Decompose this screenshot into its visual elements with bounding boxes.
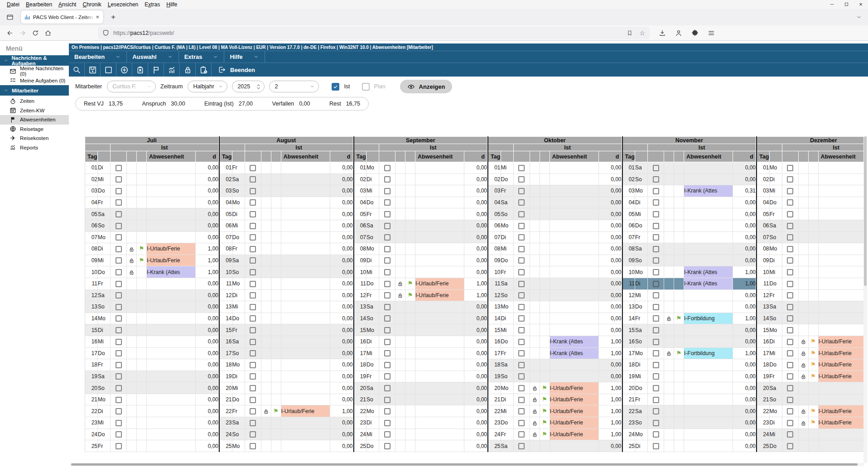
day-checkbox[interactable]	[518, 281, 525, 287]
day-checkbox[interactable]	[518, 327, 525, 333]
day-row-august-05[interactable]: 05Di0,00	[219, 208, 353, 220]
menubar-item-hilfe[interactable]: Hilfe	[163, 1, 180, 8]
mitarbeiter-select[interactable]: Curtius F.	[107, 81, 156, 92]
day-checkbox[interactable]	[653, 292, 659, 298]
absence-cell[interactable]	[415, 359, 464, 371]
anzeigen-button[interactable]: Anzeigen	[400, 80, 453, 93]
day-checkbox[interactable]	[250, 373, 256, 380]
day-checkbox[interactable]	[384, 431, 391, 438]
day-checkbox[interactable]	[250, 199, 256, 206]
day-checkbox[interactable]	[116, 165, 122, 171]
day-row-oktober-13[interactable]: 13Mo0,00	[488, 301, 622, 313]
absence-cell[interactable]	[281, 440, 330, 452]
absence-cell[interactable]	[550, 243, 598, 255]
day-checkbox[interactable]	[787, 257, 793, 264]
day-checkbox[interactable]	[653, 176, 659, 183]
day-row-dezember-03[interactable]: 03Mi	[757, 185, 863, 197]
day-checkbox[interactable]	[787, 420, 793, 426]
absence-cell[interactable]: I-Urlaub/Ferie	[818, 347, 863, 359]
day-row-dezember-08[interactable]: 08Mo	[757, 243, 863, 255]
ist-checkbox[interactable]	[332, 83, 339, 91]
absence-cell[interactable]	[818, 173, 863, 185]
day-row-november-17[interactable]: 17Mo⚑I-Fortbildung1,00	[622, 347, 756, 359]
day-row-september-01[interactable]: 01Mo0,00	[354, 162, 487, 174]
day-row-august-02[interactable]: 02Sa0,00	[219, 173, 353, 185]
day-row-september-07[interactable]: 07So0,00	[354, 231, 487, 243]
day-row-juli-09[interactable]: 09Mi⚑I-Urlaub/Ferie1,00	[85, 255, 219, 266]
day-row-dezember-18[interactable]: 18Do⚑I-Urlaub/Ferie	[757, 359, 863, 371]
day-checkbox[interactable]	[653, 327, 659, 333]
menubar-item-chronik[interactable]: Chronik	[79, 1, 104, 8]
day-checkbox[interactable]	[787, 385, 793, 391]
absence-cell[interactable]	[281, 278, 330, 289]
account-icon[interactable]	[672, 27, 685, 39]
day-checkbox[interactable]	[653, 257, 659, 264]
app-menu-icon[interactable]	[705, 27, 718, 39]
day-checkbox[interactable]	[518, 269, 525, 275]
absence-cell[interactable]	[550, 324, 598, 336]
absence-cell[interactable]	[281, 382, 330, 394]
absence-cell[interactable]: I-Urlaub/Ferie	[818, 405, 863, 417]
absence-cell[interactable]	[684, 301, 733, 313]
day-checkbox[interactable]	[116, 385, 122, 391]
home-button[interactable]	[42, 27, 54, 39]
day-row-oktober-23[interactable]: 23Do⚑I-Urlaub/Ferie1,00	[488, 417, 622, 429]
day-checkbox[interactable]	[116, 362, 122, 368]
day-checkbox[interactable]	[518, 315, 525, 322]
absence-cell[interactable]	[684, 255, 733, 266]
day-checkbox[interactable]	[518, 176, 525, 183]
day-row-september-18[interactable]: 18Do0,00	[354, 359, 487, 371]
day-checkbox[interactable]	[116, 408, 122, 414]
absence-cell[interactable]: I-Urlaub/Ferie	[415, 289, 464, 301]
day-row-oktober-03[interactable]: 03Fr0,00	[488, 185, 622, 197]
day-checkbox[interactable]	[384, 165, 391, 171]
day-checkbox[interactable]	[116, 420, 122, 426]
day-row-august-15[interactable]: 15Fr0,00	[219, 324, 353, 336]
absence-cell[interactable]	[818, 231, 863, 243]
day-checkbox[interactable]	[384, 408, 391, 414]
sidebar-item-reisekosten[interactable]: ✈Reisekosten	[0, 134, 69, 143]
day-checkbox[interactable]	[787, 431, 793, 438]
day-row-august-17[interactable]: 17So0,00	[219, 347, 353, 359]
absence-cell[interactable]	[818, 394, 863, 405]
day-row-oktober-08[interactable]: 08Mi0,00	[488, 243, 622, 255]
day-checkbox[interactable]	[653, 246, 659, 252]
day-row-dezember-06[interactable]: 06Sa	[757, 220, 863, 231]
absence-cell[interactable]	[281, 371, 330, 382]
day-checkbox[interactable]	[384, 304, 391, 310]
absence-cell[interactable]	[684, 359, 733, 371]
day-checkbox[interactable]	[787, 223, 793, 229]
day-checkbox[interactable]	[384, 246, 391, 252]
absence-cell[interactable]	[818, 278, 863, 289]
absence-cell[interactable]	[550, 231, 598, 243]
toolbar-planning-button[interactable]	[196, 63, 212, 77]
absence-cell[interactable]	[147, 405, 196, 417]
day-row-oktober-19[interactable]: 19So0,00	[488, 371, 622, 382]
day-row-september-05[interactable]: 05Fr0,00	[354, 208, 487, 220]
day-row-september-08[interactable]: 08Mo0,00	[354, 243, 487, 255]
day-row-august-03[interactable]: 03So0,00	[219, 185, 353, 197]
absence-cell[interactable]	[818, 440, 863, 452]
day-row-august-24[interactable]: 24So0,00	[219, 428, 353, 440]
absence-cell[interactable]	[147, 336, 196, 347]
day-row-august-12[interactable]: 12Di0,00	[219, 289, 353, 301]
day-row-november-22[interactable]: 22Sa0,00	[622, 405, 756, 417]
absence-cell[interactable]	[281, 359, 330, 371]
menubar-item-lesezeichen[interactable]: Lesezeichen	[105, 1, 141, 8]
day-row-dezember-12[interactable]: 12Fr	[757, 289, 863, 301]
absence-cell[interactable]	[684, 324, 733, 336]
absence-cell[interactable]	[415, 301, 464, 313]
day-checkbox[interactable]	[116, 373, 122, 380]
absence-cell[interactable]	[415, 231, 464, 243]
day-checkbox[interactable]	[653, 304, 659, 310]
day-row-juli-07[interactable]: 07Mo0,00	[85, 231, 219, 243]
day-row-september-21[interactable]: 21So0,00	[354, 394, 487, 405]
absence-cell[interactable]	[550, 371, 598, 382]
absence-cell[interactable]	[550, 359, 598, 371]
day-row-oktober-20[interactable]: 20Mo⚑I-Urlaub/Ferie1,00	[488, 382, 622, 394]
day-row-juli-10[interactable]: 10DoI-Krank (Attes1,00	[85, 266, 219, 278]
day-row-dezember-22[interactable]: 22Mo⚑I-Urlaub/Ferie	[757, 405, 863, 417]
absence-cell[interactable]	[818, 289, 863, 301]
absence-cell[interactable]: I-Urlaub/Ferie	[415, 278, 464, 289]
absence-cell[interactable]	[684, 289, 733, 301]
